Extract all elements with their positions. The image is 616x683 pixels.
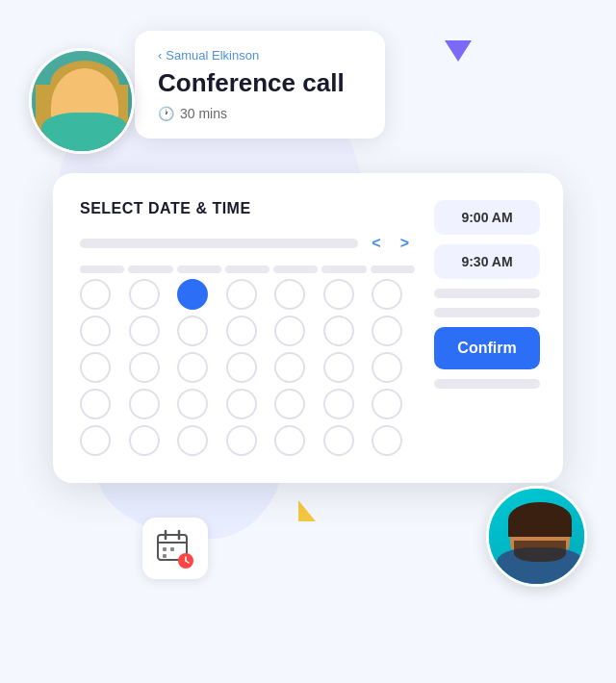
cal-day[interactable]: [177, 425, 208, 456]
cal-day[interactable]: [226, 279, 257, 310]
cal-day[interactable]: [177, 352, 208, 383]
day-header: [273, 266, 318, 273]
chevron-left-icon: ‹: [158, 48, 162, 63]
cal-day[interactable]: [323, 389, 354, 419]
cal-day[interactable]: [80, 279, 111, 310]
section-title: SELECT DATE & TIME: [80, 200, 415, 217]
cal-day[interactable]: [80, 389, 111, 419]
svg-rect-5: [170, 547, 174, 551]
next-month-button[interactable]: >: [395, 233, 415, 254]
day-header: [128, 266, 172, 273]
contact-name: Samual Elkinson: [166, 48, 259, 63]
cal-day[interactable]: [372, 352, 402, 383]
cal-day[interactable]: [226, 389, 257, 419]
male-beard: [514, 541, 566, 562]
cal-day[interactable]: [323, 425, 354, 456]
cal-day[interactable]: [323, 352, 354, 383]
time-slot-930[interactable]: 9:30 AM: [434, 244, 540, 279]
booking-card: ‹ Samual Elkinson Conference call 🕐 30 m…: [135, 31, 385, 139]
calendar-clock-icon: [154, 527, 196, 569]
time-slot-placeholder-2: [434, 308, 540, 317]
day-header: [80, 266, 124, 273]
month-label-bar: [80, 239, 358, 248]
day-header: [371, 266, 415, 273]
cal-day[interactable]: [274, 316, 305, 346]
svg-rect-6: [163, 554, 167, 558]
clock-icon: 🕐: [158, 106, 174, 121]
cal-day[interactable]: [372, 316, 402, 346]
avatar-male: [486, 486, 587, 587]
cal-day[interactable]: [129, 316, 160, 346]
cal-day[interactable]: [274, 425, 305, 456]
day-header: [321, 266, 366, 273]
cal-day[interactable]: [372, 425, 402, 456]
day-header: [225, 266, 270, 273]
prev-month-button[interactable]: <: [366, 233, 386, 254]
cal-day[interactable]: [177, 316, 208, 346]
cal-day[interactable]: [129, 425, 160, 456]
cal-day-selected[interactable]: [177, 279, 208, 310]
calendar-icon-widget: [142, 518, 208, 579]
duration-label: 30 mins: [180, 106, 227, 121]
body: [41, 113, 128, 151]
calendar-grid: [80, 279, 415, 456]
confirm-button[interactable]: Confirm: [434, 327, 540, 369]
cal-day[interactable]: [80, 352, 111, 383]
month-nav: < >: [80, 233, 415, 254]
triangle-yellow-decoration: [298, 500, 316, 521]
cal-day[interactable]: [177, 389, 208, 419]
duration-row: 🕐 30 mins: [158, 106, 362, 121]
day-header: [177, 266, 221, 273]
cal-day[interactable]: [372, 279, 402, 310]
male-hair: [508, 502, 572, 537]
cal-day[interactable]: [226, 425, 257, 456]
cal-day[interactable]: [129, 279, 160, 310]
day-headers-row: [80, 266, 415, 273]
cal-day[interactable]: [323, 279, 354, 310]
event-title: Conference call: [158, 68, 362, 98]
time-slot-placeholder-1: [434, 289, 540, 298]
cal-day[interactable]: [226, 352, 257, 383]
time-slots-section: 9:00 AM 9:30 AM Confirm: [434, 200, 540, 456]
cal-day[interactable]: [274, 389, 305, 419]
cal-day[interactable]: [274, 352, 305, 383]
cal-day[interactable]: [129, 352, 160, 383]
cal-day[interactable]: [129, 389, 160, 419]
back-link[interactable]: ‹ Samual Elkinson: [158, 48, 362, 63]
time-slot-900[interactable]: 9:00 AM: [434, 200, 540, 235]
cal-day[interactable]: [80, 425, 111, 456]
time-slot-placeholder-3: [434, 379, 540, 389]
avatar-female: [29, 48, 135, 154]
calendar-section: SELECT DATE & TIME < >: [80, 200, 415, 456]
schedule-panel: SELECT DATE & TIME < >: [53, 173, 563, 483]
cal-day[interactable]: [80, 316, 111, 346]
triangle-purple-decoration: [445, 40, 472, 62]
cal-day[interactable]: [274, 279, 305, 310]
cal-day[interactable]: [372, 389, 402, 419]
cal-day[interactable]: [323, 316, 354, 346]
cal-day[interactable]: [226, 316, 257, 346]
svg-rect-4: [163, 547, 167, 551]
